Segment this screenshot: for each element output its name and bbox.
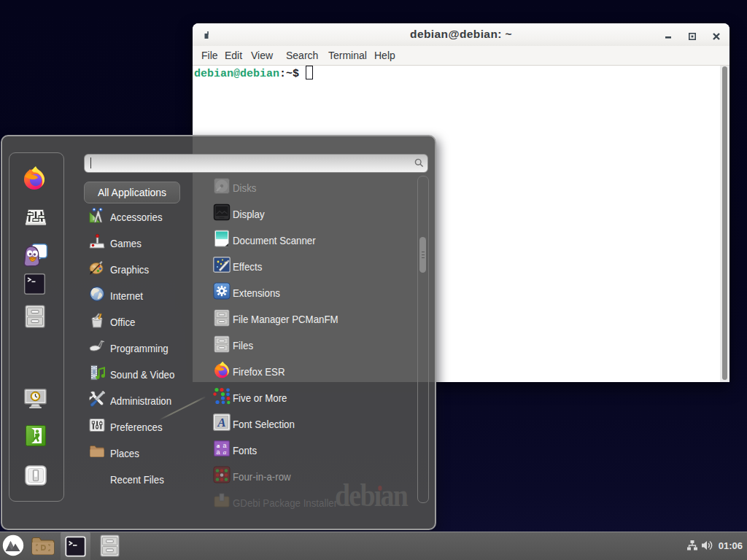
svg-text:a: a (217, 442, 220, 449)
svg-text:A: A (217, 416, 225, 429)
svg-text:a: a (216, 448, 220, 456)
svg-text:a: a (222, 442, 226, 449)
svg-text:a: a (223, 448, 227, 456)
